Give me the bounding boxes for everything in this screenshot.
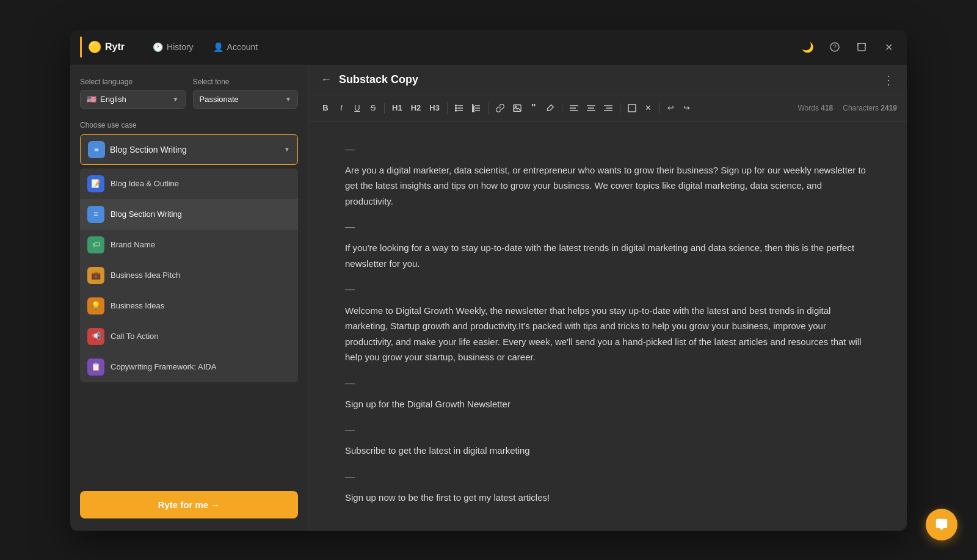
use-case-select[interactable]: ≡ Blog Section Writing ▼ xyxy=(80,134,298,165)
help-button[interactable]: ? xyxy=(826,38,843,56)
toolbar-redo[interactable]: ↪ xyxy=(680,101,694,115)
separator-6: — xyxy=(345,468,870,485)
toolbar-align-right[interactable] xyxy=(600,101,616,115)
toolbar-h3[interactable]: H3 xyxy=(426,101,443,115)
char-count: Characters 2419 xyxy=(843,104,897,112)
svg-rect-26 xyxy=(628,104,636,112)
blog-idea-icon: 📝 xyxy=(87,175,104,192)
ryte-for-me-button[interactable]: Ryte for me → xyxy=(80,491,298,518)
svg-text:3.: 3. xyxy=(472,109,474,112)
dropdown-item-business-ideas[interactable]: 💡 Business Ideas xyxy=(80,291,298,321)
language-arrow-icon: ▼ xyxy=(173,96,179,103)
history-label: History xyxy=(167,42,194,52)
use-case-selected-value: Blog Section Writing xyxy=(110,145,187,155)
svg-point-7 xyxy=(455,107,456,109)
title-bar-right: 🌙 ? ✕ xyxy=(799,38,897,56)
sidebar-selects: Select language 🇺🇸 English ▼ Select tone… xyxy=(80,78,298,109)
tone-arrow-icon: ▼ xyxy=(285,96,291,103)
chat-button[interactable] xyxy=(926,509,957,540)
use-case-dropdown: 📝 Blog Idea & Outline ≡ Blog Section Wri… xyxy=(80,169,298,382)
blog-section-label: Blog Section Writing xyxy=(111,209,182,219)
dropdown-item-blog-section[interactable]: ≡ Blog Section Writing xyxy=(80,199,298,230)
language-select[interactable]: 🇺🇸 English ▼ xyxy=(80,90,186,109)
brand-name-icon: 🏷 xyxy=(87,236,104,253)
account-label: Account xyxy=(227,42,258,52)
toolbar-quote[interactable]: " xyxy=(526,100,541,116)
toolbar-underline[interactable]: U xyxy=(350,101,365,115)
language-value: English xyxy=(100,95,126,104)
editor-header: ← Substack Copy ⋮ xyxy=(308,65,907,95)
separator-4: — xyxy=(345,375,870,391)
sidebar: Select language 🇺🇸 English ▼ Select tone… xyxy=(70,65,308,531)
language-select-group: Select language 🇺🇸 English ▼ xyxy=(80,78,186,109)
toolbar-bullet-list[interactable] xyxy=(451,101,467,115)
dropdown-item-call-to-action[interactable]: 📢 Call To Action xyxy=(80,321,298,352)
paragraph-4: Sign up for the Digital Growth Newslette… xyxy=(345,396,870,412)
toolbar-clear[interactable]: ✕ xyxy=(641,101,656,115)
paragraph-5: Subscribe to get the latest in digital m… xyxy=(345,443,870,459)
toolbar-sep-5 xyxy=(620,103,620,114)
brand-logo[interactable]: 🟡 Rytr xyxy=(80,37,131,57)
business-ideas-label: Business Ideas xyxy=(111,301,164,310)
history-icon: 🕐 xyxy=(153,42,163,52)
app-window: 🟡 Rytr 🕐 History 👤 Account 🌙 ? xyxy=(70,30,907,531)
toolbar-h2[interactable]: H2 xyxy=(407,101,425,115)
back-button[interactable]: ← xyxy=(321,73,332,86)
language-flag: 🇺🇸 xyxy=(87,95,96,104)
separator-3: — xyxy=(345,281,870,297)
toolbar-align-center[interactable] xyxy=(583,101,599,115)
title-bar-nav: 🕐 History 👤 Account xyxy=(143,37,267,57)
toolbar-ordered-list[interactable]: 1.2.3. xyxy=(468,101,484,115)
expand-button[interactable] xyxy=(853,38,870,56)
dropdown-item-aida[interactable]: 📋 Copywriting Framework: AIDA xyxy=(80,352,298,382)
toolbar-sep-4 xyxy=(562,103,562,114)
business-pitch-label: Business Idea Pitch xyxy=(111,271,180,280)
tone-value: Passionate xyxy=(200,95,239,104)
nav-history[interactable]: 🕐 History xyxy=(143,37,203,57)
toolbar-italic[interactable]: I xyxy=(334,101,349,115)
svg-point-6 xyxy=(455,105,456,106)
business-ideas-icon: 💡 xyxy=(87,297,104,315)
business-pitch-icon: 💼 xyxy=(87,267,104,284)
use-case-select-icon: ≡ xyxy=(88,141,105,158)
brand-name-label: Brand Name xyxy=(111,240,155,249)
tone-label: Select tone xyxy=(193,78,299,86)
toolbar-strikethrough[interactable]: S xyxy=(366,101,380,115)
use-case-label: Choose use case xyxy=(80,121,298,129)
toolbar-h1[interactable]: H1 xyxy=(388,101,406,115)
brand-logo-text: Rytr xyxy=(105,42,125,53)
title-bar-left: 🟡 Rytr 🕐 History 👤 Account xyxy=(80,37,267,57)
close-button[interactable]: ✕ xyxy=(880,38,897,56)
tone-select[interactable]: Passionate ▼ xyxy=(193,90,299,109)
separator-2: — xyxy=(345,219,870,235)
paragraph-1: Are you a digital marketer, data scienti… xyxy=(345,162,870,209)
language-label: Select language xyxy=(80,78,186,86)
toolbar-align-left[interactable] xyxy=(566,101,582,115)
separator-5: — xyxy=(345,421,870,438)
language-select-left: 🇺🇸 English xyxy=(87,95,126,104)
toolbar-sep-6 xyxy=(659,103,660,114)
nav-account[interactable]: 👤 Account xyxy=(203,37,268,57)
toolbar-image[interactable] xyxy=(509,101,525,115)
svg-point-8 xyxy=(455,110,456,111)
toolbar-sep-2 xyxy=(447,103,448,114)
call-to-action-label: Call To Action xyxy=(111,332,159,341)
title-bar: 🟡 Rytr 🕐 History 👤 Account 🌙 ? xyxy=(70,30,907,65)
editor-title: Substack Copy xyxy=(339,73,418,86)
brand-logo-icon: 🟡 xyxy=(88,40,101,54)
blog-idea-label: Blog Idea & Outline xyxy=(111,179,179,188)
dropdown-item-blog-idea[interactable]: 📝 Blog Idea & Outline xyxy=(80,169,298,199)
svg-text:?: ? xyxy=(833,44,837,51)
toolbar-format[interactable] xyxy=(624,101,640,115)
dropdown-item-business-pitch[interactable]: 💼 Business Idea Pitch xyxy=(80,260,298,291)
dark-mode-button[interactable]: 🌙 xyxy=(799,38,816,56)
editor-menu-button[interactable]: ⋮ xyxy=(882,73,895,87)
toolbar-link[interactable] xyxy=(492,101,508,115)
toolbar-highlight[interactable] xyxy=(542,101,558,115)
main-content: Select language 🇺🇸 English ▼ Select tone… xyxy=(70,65,907,531)
editor-content[interactable]: — Are you a digital marketer, data scien… xyxy=(308,122,907,531)
dropdown-item-brand-name[interactable]: 🏷 Brand Name xyxy=(80,230,298,260)
toolbar-undo[interactable]: ↩ xyxy=(664,101,678,115)
toolbar-bold[interactable]: B xyxy=(318,101,333,115)
aida-label: Copywriting Framework: AIDA xyxy=(111,362,216,371)
